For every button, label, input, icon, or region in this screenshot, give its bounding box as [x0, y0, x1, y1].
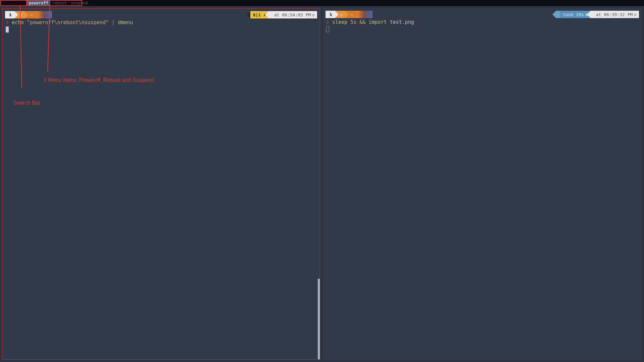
home-icon: ⌂ [340, 12, 343, 17]
scrollbar-left[interactable] [318, 279, 320, 359]
prompt-caret: ❯ [6, 19, 9, 25]
highlight-menu-box [28, 0, 82, 6]
prompt-lambda: λ [326, 11, 335, 18]
annotation-search-label: Search Bar [13, 100, 40, 106]
cursor-right [326, 26, 329, 32]
prompt-statusbar-right: λ ⌂ ~ took 26s ⧗ at 06:39:32 PM ◷ [326, 11, 639, 18]
highlight-search-box [0, 0, 27, 6]
prompt-time: at 06:39:32 PM ◷ [591, 11, 639, 18]
command-line-left[interactable]: ❯ echo "poweroff\nreboot\nsuspend" | dme… [2, 19, 320, 26]
clock-icon: ◷ [634, 12, 636, 17]
command-line-right[interactable]: ❯ sleep 5s && import test.png [323, 19, 642, 25]
terminal-pane-right[interactable]: λ ⌂ ~ took 26s ⧗ at 06:39:32 PM ◷ ❯ slee… [323, 8, 642, 360]
prompt-lambda: λ [5, 11, 14, 18]
prompt-blue-sep [556, 11, 560, 18]
annotation-menu-label: 3 Menu Items: Poweroff, Reboot and Suspe… [44, 77, 154, 83]
cursor-left [6, 27, 9, 33]
clock-icon: ◷ [312, 13, 314, 17]
home-icon: ⌂ [20, 13, 22, 17]
prompt-statusbar-left: λ ⌂ ~ 0|1 ✗ at 06:54:03 PM ◷ [5, 11, 317, 18]
prompt-caret: ❯ [326, 19, 329, 25]
prompt-took: took 26s ⧗ [560, 11, 591, 18]
terminal-pane-left[interactable]: λ ⌂ ~ 0|1 ✗ at 06:54:03 PM ◷ ❯ echo "pow… [2, 8, 320, 360]
dmenu-bar: poweroff reboot suspend [0, 0, 644, 6]
prompt-time: at 06:54:03 PM ◷ [269, 11, 317, 18]
